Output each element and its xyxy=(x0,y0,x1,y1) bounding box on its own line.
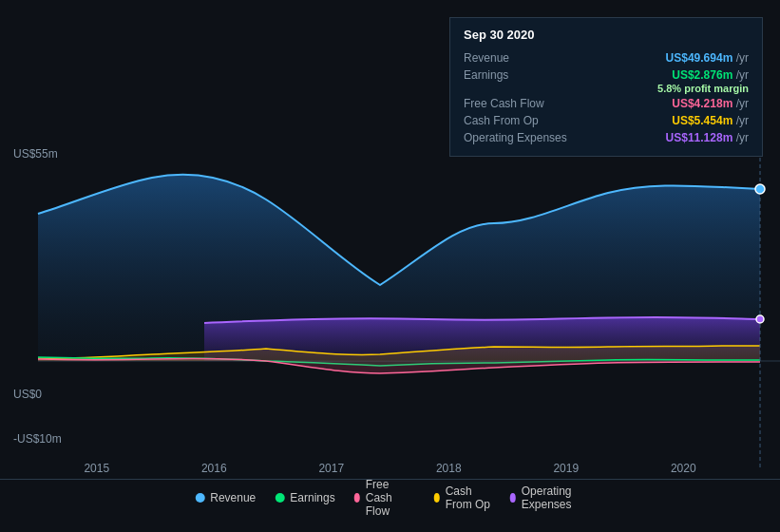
opex-label: Operating Expenses xyxy=(464,131,567,144)
legend-earnings-dot xyxy=(275,493,284,503)
tooltip-date: Sep 30 2020 xyxy=(464,28,749,42)
xaxis-label-2019: 2019 xyxy=(553,462,579,475)
tooltip-fcf-row: Free Cash Flow US$4.218m /yr xyxy=(464,95,749,112)
legend-fcf[interactable]: Free Cash Flow xyxy=(354,478,415,518)
tooltip-cashfromop-row: Cash From Op US$5.454m /yr xyxy=(464,112,749,129)
tooltip-box: Sep 30 2020 Revenue US$49.694m /yr Earni… xyxy=(449,17,763,157)
chart-svg xyxy=(0,138,780,470)
legend-opex-label: Operating Expenses xyxy=(522,484,585,511)
xaxis-label-2015: 2015 xyxy=(84,462,109,475)
profit-margin-text: 5.8% profit margin xyxy=(657,83,749,94)
opex-value: US$11.128m /yr xyxy=(666,131,749,144)
legend-cashfromop-dot xyxy=(434,493,440,503)
opex-dot xyxy=(756,315,764,323)
xaxis: 2015 2016 2017 2018 2019 2020 xyxy=(0,462,780,475)
legend-revenue[interactable]: Revenue xyxy=(195,491,256,504)
fcf-label: Free Cash Flow xyxy=(464,97,544,110)
legend-cashfromop[interactable]: Cash From Op xyxy=(434,484,491,511)
legend-fcf-dot xyxy=(354,493,360,503)
xaxis-label-2020: 2020 xyxy=(671,462,696,475)
tooltip-opex-row: Operating Expenses US$11.128m /yr xyxy=(464,129,749,146)
legend-cashfromop-label: Cash From Op xyxy=(446,484,491,511)
xaxis-label-2018: 2018 xyxy=(436,462,462,475)
profit-margin-row: 5.8% profit margin xyxy=(464,82,749,95)
tooltip-revenue-row: Revenue US$49.694m /yr xyxy=(464,49,749,66)
revenue-value: US$49.694m /yr xyxy=(666,51,749,65)
legend-revenue-label: Revenue xyxy=(210,491,256,504)
earnings-value: US$2.876m /yr xyxy=(672,68,749,82)
chart-legend: Revenue Earnings Free Cash Flow Cash Fro… xyxy=(195,478,585,518)
fcf-value: US$4.218m /yr xyxy=(672,97,749,110)
legend-earnings[interactable]: Earnings xyxy=(275,491,334,504)
chart-container: Sep 30 2020 Revenue US$49.694m /yr Earni… xyxy=(0,0,780,532)
earnings-label: Earnings xyxy=(464,68,508,82)
legend-opex[interactable]: Operating Expenses xyxy=(510,484,585,511)
legend-earnings-label: Earnings xyxy=(290,491,334,504)
legend-revenue-dot xyxy=(195,493,204,503)
legend-opex-dot xyxy=(510,493,516,503)
xaxis-label-2017: 2017 xyxy=(318,462,344,475)
revenue-dot xyxy=(755,184,765,194)
revenue-label: Revenue xyxy=(464,51,509,65)
xaxis-label-2016: 2016 xyxy=(201,462,227,475)
legend-fcf-label: Free Cash Flow xyxy=(366,478,415,518)
cashfromop-value: US$5.454m /yr xyxy=(672,114,749,127)
cashfromop-label: Cash From Op xyxy=(464,114,539,127)
